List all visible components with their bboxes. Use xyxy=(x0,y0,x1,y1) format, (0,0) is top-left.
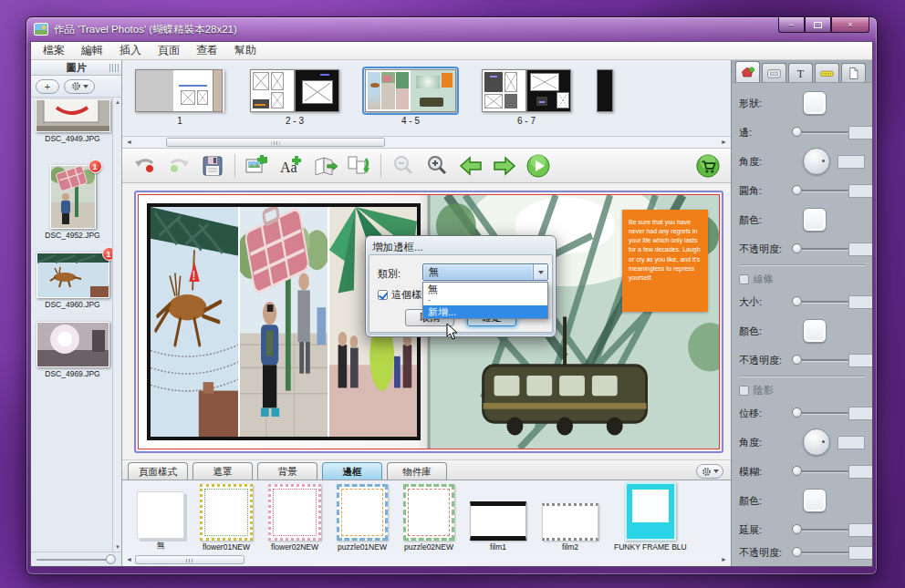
angle-knob[interactable] xyxy=(803,148,830,175)
shadow-blur-slider[interactable] xyxy=(792,466,848,477)
category-dropdown[interactable]: 無 xyxy=(422,263,548,281)
frame-preview[interactable] xyxy=(200,484,253,541)
suitcase-photo[interactable] xyxy=(240,207,328,437)
library-scrollbar[interactable]: ▲ ▼ xyxy=(112,98,121,552)
scrollbar-thumb[interactable] xyxy=(166,138,385,147)
menu-insert[interactable]: 插入 xyxy=(111,43,150,58)
corner-slider[interactable] xyxy=(792,185,848,196)
maximize-button[interactable] xyxy=(805,17,831,33)
frame-puzzle01[interactable]: puzzle01NEW xyxy=(337,484,388,552)
list-item[interactable]: 1 DSC_4960.JPG xyxy=(35,253,110,309)
shadow-angle-knob[interactable] xyxy=(803,428,830,456)
frame-funky-blue[interactable]: FUNKY FRAME BLU xyxy=(614,482,687,552)
titlebar[interactable]: 作品 'Travel Photos' (蝴蝶精裝本28x21) – × xyxy=(26,17,877,41)
line-color-swatch[interactable] xyxy=(803,319,827,343)
menu-help[interactable]: 幫助 xyxy=(226,43,265,58)
frame-preview[interactable] xyxy=(625,482,676,541)
add-border-dialog[interactable]: 增加邊框... 類別: 無 無 - 新增... xyxy=(365,235,557,337)
dropdown-option-new[interactable]: 新增... xyxy=(423,305,547,318)
angle-value[interactable] xyxy=(837,155,865,169)
list-item[interactable]: 1 DSC_4952.JPG xyxy=(35,165,110,240)
shadow-opacity-slider[interactable] xyxy=(792,547,848,558)
zoom-in-button[interactable] xyxy=(423,152,451,180)
shadow-extend-value[interactable] xyxy=(848,523,872,537)
opacity-value[interactable] xyxy=(848,242,872,256)
corner-value[interactable] xyxy=(848,184,872,198)
list-item[interactable]: DSC_4969.JPG xyxy=(35,322,110,378)
tab-page[interactable] xyxy=(841,63,866,82)
fill-color-swatch[interactable] xyxy=(803,208,827,232)
close-button[interactable]: × xyxy=(831,17,869,33)
spread-thumb-1[interactable]: 1 xyxy=(135,69,224,126)
order-cart-button[interactable] xyxy=(694,152,722,180)
frame-film1[interactable]: film1 xyxy=(470,501,526,552)
tab-borders[interactable]: 邊框 xyxy=(322,462,382,480)
shadow-section-toggle[interactable]: 陰影 xyxy=(739,384,865,397)
shadow-opacity-value[interactable] xyxy=(848,546,872,560)
frame-preview[interactable] xyxy=(542,503,598,541)
dropdown-list[interactable]: 無 - 新增... xyxy=(422,282,548,319)
zoom-out-button[interactable] xyxy=(390,152,417,180)
photo-thumbnail[interactable] xyxy=(36,322,109,367)
photo-thumbnail[interactable] xyxy=(36,99,110,132)
scroll-left-icon[interactable]: ◄ xyxy=(126,139,132,145)
dropdown-button[interactable] xyxy=(533,264,547,280)
checkbox-icon[interactable] xyxy=(739,386,749,396)
scroll-down-icon[interactable]: ▼ xyxy=(114,543,121,551)
tab-object-library[interactable]: 物件庫 xyxy=(387,462,447,480)
deer-photo[interactable]: ! xyxy=(151,207,238,437)
spread-thumb-2-3[interactable]: 2 - 3 xyxy=(250,69,339,126)
panel-grip-icon[interactable] xyxy=(109,64,119,72)
slider-handle[interactable] xyxy=(106,554,116,564)
preview-button[interactable] xyxy=(525,152,552,180)
sides-value[interactable] xyxy=(848,126,872,139)
next-page-button[interactable] xyxy=(491,152,518,180)
menu-edit[interactable]: 編輯 xyxy=(73,43,111,58)
minimize-button[interactable]: – xyxy=(778,17,805,33)
frame-preview[interactable] xyxy=(268,484,321,541)
tab-page-styles[interactable]: 頁面樣式 xyxy=(128,462,188,480)
shadow-blur-value[interactable] xyxy=(848,465,872,479)
frame-preview[interactable] xyxy=(137,491,184,539)
frame-puzzle02[interactable]: puzzle02NEW xyxy=(403,484,454,552)
add-pages-button[interactable] xyxy=(311,152,338,180)
frame-preview[interactable] xyxy=(337,484,388,541)
frame-options-button[interactable] xyxy=(696,464,723,479)
line-opacity-slider[interactable] xyxy=(792,355,848,366)
line-opacity-value[interactable] xyxy=(848,354,872,367)
frame-none[interactable]: 無 xyxy=(137,491,184,552)
save-button[interactable] xyxy=(199,152,226,180)
previous-page-button[interactable] xyxy=(457,152,484,180)
checkbox-icon[interactable] xyxy=(739,274,749,284)
tab-frame[interactable] xyxy=(762,63,786,82)
frame-film2[interactable]: film2 xyxy=(542,503,598,552)
photo-thumbnail[interactable]: 1 xyxy=(50,165,96,229)
thumbnail-size-slider[interactable] xyxy=(31,552,121,566)
tab-shape[interactable] xyxy=(735,61,760,82)
line-size-value[interactable] xyxy=(848,295,872,309)
sides-slider[interactable] xyxy=(792,127,848,138)
dropdown-option-none[interactable]: 無 xyxy=(423,283,547,295)
scrollbar-thumb[interactable] xyxy=(135,555,244,564)
dropdown-option-separator[interactable]: - xyxy=(423,295,547,305)
tab-backgrounds[interactable]: 背景 xyxy=(257,462,317,480)
caption-text-box[interactable]: Be sure that you have never had any regr… xyxy=(622,210,708,312)
undo-button[interactable] xyxy=(131,152,159,180)
shape-picker-button[interactable] xyxy=(803,91,827,115)
shadow-angle-value[interactable] xyxy=(837,436,865,449)
line-size-slider[interactable] xyxy=(792,296,848,307)
shadow-offset-slider[interactable] xyxy=(792,407,848,418)
tab-text[interactable]: T xyxy=(788,63,813,82)
tab-label[interactable] xyxy=(815,63,839,82)
menu-file[interactable]: 檔案 xyxy=(35,43,73,58)
menu-page[interactable]: 頁面 xyxy=(150,43,188,58)
frames-scrollbar[interactable]: ◄ ► xyxy=(122,554,731,566)
frame-preview[interactable] xyxy=(403,484,454,541)
spread-strip-scrollbar[interactable]: ◄ ► xyxy=(122,137,731,149)
frame-preview[interactable] xyxy=(470,501,526,541)
tab-masks[interactable]: 遮罩 xyxy=(192,462,253,480)
shadow-color-swatch[interactable] xyxy=(803,489,827,512)
list-item[interactable]: DSC_4949.JPG xyxy=(35,99,110,143)
library-options-button[interactable] xyxy=(64,79,95,94)
rearrange-pages-button[interactable] xyxy=(345,152,372,180)
